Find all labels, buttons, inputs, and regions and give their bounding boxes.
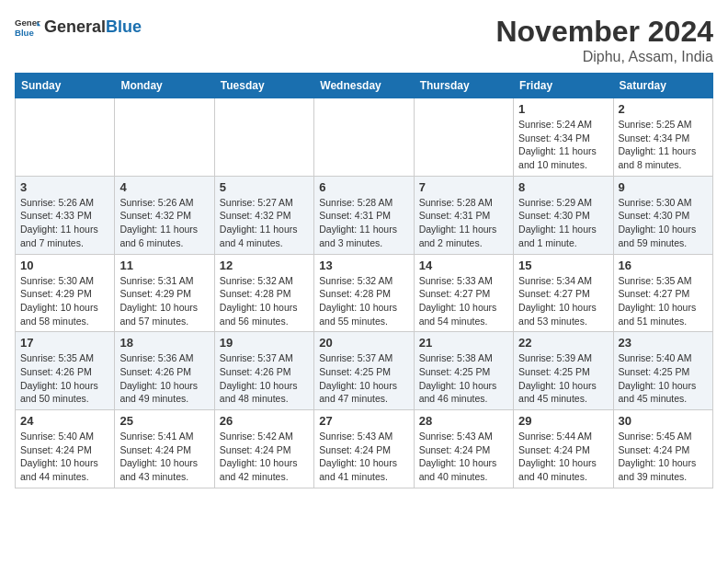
- day-info: Sunrise: 5:35 AM Sunset: 4:27 PM Dayligh…: [619, 274, 708, 328]
- calendar-cell: 2Sunrise: 5:25 AM Sunset: 4:34 PM Daylig…: [613, 98, 712, 177]
- calendar-cell: 14Sunrise: 5:33 AM Sunset: 4:27 PM Dayli…: [414, 254, 513, 332]
- day-number: 3: [20, 180, 109, 194]
- day-info: Sunrise: 5:40 AM Sunset: 4:24 PM Dayligh…: [20, 430, 109, 484]
- day-number: 13: [319, 259, 408, 272]
- calendar-cell: [314, 98, 414, 177]
- calendar-cell: 17Sunrise: 5:35 AM Sunset: 4:26 PM Dayli…: [16, 332, 115, 410]
- logo-general-text: General: [44, 17, 106, 36]
- day-number: 16: [619, 259, 708, 272]
- day-number: 5: [220, 180, 309, 194]
- day-number: 7: [419, 180, 508, 194]
- day-info: Sunrise: 5:32 AM Sunset: 4:28 PM Dayligh…: [319, 274, 408, 328]
- day-info: Sunrise: 5:32 AM Sunset: 4:28 PM Dayligh…: [220, 274, 309, 328]
- day-number: 29: [518, 414, 608, 428]
- calendar-week-row: 17Sunrise: 5:35 AM Sunset: 4:26 PM Dayli…: [16, 332, 713, 410]
- weekday-header: Wednesday: [314, 74, 414, 98]
- calendar-week-row: 1Sunrise: 5:24 AM Sunset: 4:34 PM Daylig…: [16, 98, 713, 177]
- day-info: Sunrise: 5:44 AM Sunset: 4:24 PM Dayligh…: [518, 430, 608, 484]
- day-info: Sunrise: 5:28 AM Sunset: 4:31 PM Dayligh…: [419, 196, 508, 250]
- calendar-cell: 28Sunrise: 5:43 AM Sunset: 4:24 PM Dayli…: [414, 410, 513, 488]
- calendar-cell: 23Sunrise: 5:40 AM Sunset: 4:25 PM Dayli…: [613, 332, 712, 410]
- day-number: 2: [619, 102, 708, 116]
- weekday-header: Thursday: [414, 74, 513, 98]
- day-number: 26: [220, 414, 309, 428]
- day-info: Sunrise: 5:41 AM Sunset: 4:24 PM Dayligh…: [119, 430, 209, 484]
- title-block: November 2024 Diphu, Assam, India: [495, 15, 713, 65]
- day-info: Sunrise: 5:40 AM Sunset: 4:25 PM Dayligh…: [619, 351, 708, 406]
- calendar-cell: 15Sunrise: 5:34 AM Sunset: 4:27 PM Dayli…: [514, 254, 613, 332]
- logo-blue-text: Blue: [106, 17, 142, 36]
- day-number: 28: [419, 414, 508, 428]
- day-info: Sunrise: 5:31 AM Sunset: 4:29 PM Dayligh…: [119, 274, 209, 328]
- day-info: Sunrise: 5:30 AM Sunset: 4:29 PM Dayligh…: [20, 274, 109, 328]
- page-header: General Blue GeneralBlue November 2024 D…: [15, 15, 713, 65]
- calendar-cell: 29Sunrise: 5:44 AM Sunset: 4:24 PM Dayli…: [514, 410, 613, 488]
- day-info: Sunrise: 5:37 AM Sunset: 4:25 PM Dayligh…: [319, 351, 408, 406]
- day-info: Sunrise: 5:37 AM Sunset: 4:26 PM Dayligh…: [220, 351, 309, 406]
- calendar-cell: 4Sunrise: 5:26 AM Sunset: 4:32 PM Daylig…: [115, 176, 214, 254]
- calendar-cell: 20Sunrise: 5:37 AM Sunset: 4:25 PM Dayli…: [314, 332, 414, 410]
- calendar-cell: 21Sunrise: 5:38 AM Sunset: 4:25 PM Dayli…: [414, 332, 513, 410]
- calendar-week-row: 24Sunrise: 5:40 AM Sunset: 4:24 PM Dayli…: [16, 410, 713, 488]
- calendar-cell: 8Sunrise: 5:29 AM Sunset: 4:30 PM Daylig…: [514, 176, 613, 254]
- calendar-cell: 30Sunrise: 5:45 AM Sunset: 4:24 PM Dayli…: [613, 410, 712, 488]
- calendar-cell: 1Sunrise: 5:24 AM Sunset: 4:34 PM Daylig…: [514, 98, 613, 177]
- day-number: 22: [518, 336, 608, 350]
- day-number: 21: [419, 336, 508, 350]
- day-number: 15: [518, 259, 608, 272]
- calendar-cell: [16, 98, 115, 177]
- day-number: 12: [220, 259, 309, 272]
- day-info: Sunrise: 5:43 AM Sunset: 4:24 PM Dayligh…: [319, 430, 408, 484]
- logo: General Blue GeneralBlue: [15, 15, 142, 40]
- day-number: 25: [119, 414, 209, 428]
- day-number: 19: [220, 336, 309, 350]
- calendar-cell: 16Sunrise: 5:35 AM Sunset: 4:27 PM Dayli…: [613, 254, 712, 332]
- calendar-header-row: SundayMondayTuesdayWednesdayThursdayFrid…: [16, 74, 713, 98]
- calendar-cell: 22Sunrise: 5:39 AM Sunset: 4:25 PM Dayli…: [514, 332, 613, 410]
- calendar-cell: 10Sunrise: 5:30 AM Sunset: 4:29 PM Dayli…: [16, 254, 115, 332]
- day-info: Sunrise: 5:34 AM Sunset: 4:27 PM Dayligh…: [518, 274, 608, 328]
- weekday-header: Saturday: [613, 74, 712, 98]
- day-number: 23: [619, 336, 708, 350]
- day-number: 17: [20, 336, 109, 350]
- day-info: Sunrise: 5:42 AM Sunset: 4:24 PM Dayligh…: [220, 430, 309, 484]
- day-number: 10: [20, 259, 109, 272]
- weekday-header: Friday: [514, 74, 613, 98]
- day-info: Sunrise: 5:24 AM Sunset: 4:34 PM Dayligh…: [518, 118, 608, 172]
- day-info: Sunrise: 5:30 AM Sunset: 4:30 PM Dayligh…: [619, 196, 708, 250]
- calendar-week-row: 3Sunrise: 5:26 AM Sunset: 4:33 PM Daylig…: [16, 176, 713, 254]
- day-number: 4: [119, 180, 209, 194]
- calendar-cell: 6Sunrise: 5:28 AM Sunset: 4:31 PM Daylig…: [314, 176, 414, 254]
- month-title: November 2024: [495, 15, 713, 49]
- weekday-header: Tuesday: [214, 74, 313, 98]
- day-info: Sunrise: 5:29 AM Sunset: 4:30 PM Dayligh…: [518, 196, 608, 250]
- day-number: 11: [119, 259, 209, 272]
- day-info: Sunrise: 5:27 AM Sunset: 4:32 PM Dayligh…: [220, 196, 309, 250]
- calendar-cell: 11Sunrise: 5:31 AM Sunset: 4:29 PM Dayli…: [115, 254, 214, 332]
- svg-text:General: General: [15, 17, 40, 28]
- svg-text:Blue: Blue: [15, 28, 34, 38]
- calendar-cell: 26Sunrise: 5:42 AM Sunset: 4:24 PM Dayli…: [214, 410, 313, 488]
- calendar-cell: 24Sunrise: 5:40 AM Sunset: 4:24 PM Dayli…: [16, 410, 115, 488]
- day-info: Sunrise: 5:43 AM Sunset: 4:24 PM Dayligh…: [419, 430, 508, 484]
- day-info: Sunrise: 5:38 AM Sunset: 4:25 PM Dayligh…: [419, 351, 508, 406]
- calendar-cell: [115, 98, 214, 177]
- calendar-cell: 19Sunrise: 5:37 AM Sunset: 4:26 PM Dayli…: [214, 332, 313, 410]
- day-number: 20: [319, 336, 408, 350]
- day-info: Sunrise: 5:35 AM Sunset: 4:26 PM Dayligh…: [20, 351, 109, 406]
- calendar-cell: 7Sunrise: 5:28 AM Sunset: 4:31 PM Daylig…: [414, 176, 513, 254]
- day-number: 1: [518, 102, 608, 116]
- calendar-cell: 13Sunrise: 5:32 AM Sunset: 4:28 PM Dayli…: [314, 254, 414, 332]
- calendar-week-row: 10Sunrise: 5:30 AM Sunset: 4:29 PM Dayli…: [16, 254, 713, 332]
- logo-icon: General Blue: [15, 15, 40, 40]
- calendar-cell: 18Sunrise: 5:36 AM Sunset: 4:26 PM Dayli…: [115, 332, 214, 410]
- weekday-header: Sunday: [16, 74, 115, 98]
- day-info: Sunrise: 5:33 AM Sunset: 4:27 PM Dayligh…: [419, 274, 508, 328]
- day-info: Sunrise: 5:25 AM Sunset: 4:34 PM Dayligh…: [619, 118, 708, 172]
- calendar-cell: 27Sunrise: 5:43 AM Sunset: 4:24 PM Dayli…: [314, 410, 414, 488]
- day-number: 14: [419, 259, 508, 272]
- calendar-table: SundayMondayTuesdayWednesdayThursdayFrid…: [15, 73, 713, 488]
- calendar-cell: 25Sunrise: 5:41 AM Sunset: 4:24 PM Dayli…: [115, 410, 214, 488]
- weekday-header: Monday: [115, 74, 214, 98]
- day-number: 18: [119, 336, 209, 350]
